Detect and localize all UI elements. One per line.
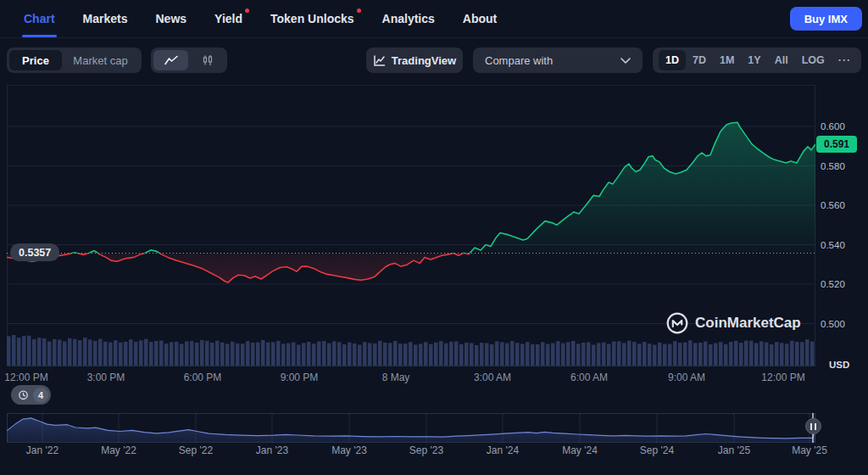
price-axis-label: 0.600 (821, 120, 845, 133)
range-7d-button[interactable]: 7D (686, 50, 713, 70)
time-axis-label: 6:00 AM (570, 372, 608, 383)
tradingview-chart-icon (373, 54, 386, 67)
history-count: 4 (33, 388, 48, 403)
price-axis-label: 0.500 (821, 317, 845, 331)
tradingview-button[interactable]: TradingView (366, 48, 463, 73)
timeline-date-label: Sep '23 (409, 444, 443, 456)
time-axis[interactable]: 12:00 PM3:00 PM6:00 PM9:00 PM8 May3:00 A… (0, 372, 868, 385)
price-axis-label: 0.580 (821, 159, 845, 173)
price-axis-label: 0.520 (821, 277, 845, 291)
time-axis-label: 8 May (382, 372, 410, 383)
range-all-button[interactable]: All (768, 50, 795, 70)
nav-tabs: ChartMarketsNewsYieldToken UnlocksAnalyt… (24, 12, 497, 25)
timeline-date-label: May '22 (101, 444, 136, 456)
chart-toolbar: Price Market cap TradingView (0, 48, 868, 73)
volume-bars (7, 335, 815, 366)
range-selector: 1D 7D 1M 1Y All LOG ··· (653, 48, 861, 73)
timeline-dates: Jan '22May '22Sep '22Jan '23May '23Sep '… (0, 444, 868, 456)
range-1d-button[interactable]: 1D (659, 50, 686, 70)
range-1y-button[interactable]: 1Y (741, 50, 767, 70)
time-axis-label: 3:00 AM (474, 372, 511, 383)
timeline-date-label: Jan '24 (487, 444, 519, 456)
tab-yield[interactable]: Yield (214, 12, 242, 25)
navigator-handle[interactable] (805, 418, 821, 434)
timeline-date-label: Jan '25 (718, 444, 750, 456)
timeline-date-label: May '24 (562, 444, 598, 456)
timeline-date-label: Jan '23 (256, 444, 288, 456)
notification-dot-icon (357, 8, 361, 13)
candlestick-type-button[interactable] (190, 50, 225, 70)
history-badge[interactable]: 4 (11, 385, 51, 405)
notification-dot-icon (245, 8, 249, 13)
line-chart-type-button[interactable] (153, 50, 188, 70)
baseline-price-label: 0.5357 (10, 243, 59, 261)
price-axis-label: 0.540 (821, 238, 845, 252)
imx-chart-page: ChartMarketsNewsYieldToken UnlocksAnalyt… (0, 0, 868, 475)
compare-with-label: Compare with (485, 54, 553, 67)
tab-analytics[interactable]: Analytics (382, 12, 435, 25)
log-scale-button[interactable]: LOG (795, 50, 832, 70)
history-clock-icon (18, 389, 29, 400)
marketcap-toggle-button[interactable]: Market cap (62, 50, 139, 70)
tab-news[interactable]: News (155, 12, 186, 25)
time-axis-label: 12:00 PM (4, 372, 47, 383)
tab-token-unlocks[interactable]: Token Unlocks (270, 12, 354, 25)
range-1m-button[interactable]: 1M (713, 50, 741, 70)
timeline-date-label: May '23 (331, 444, 367, 456)
tab-markets[interactable]: Markets (83, 12, 128, 25)
coin-tabs-bar: ChartMarketsNewsYieldToken UnlocksAnalyt… (0, 0, 868, 38)
chart-type-toggle (151, 48, 227, 73)
time-axis-label: 12:00 PM (761, 372, 804, 383)
price-axis-label: 0.560 (821, 198, 845, 212)
time-axis-label: 9:00 AM (668, 372, 705, 383)
timeline-date-label: May '25 (792, 444, 827, 456)
metric-toggle: Price Market cap (7, 48, 142, 73)
timeline-date-label: Sep '22 (179, 444, 213, 456)
chevron-down-icon (620, 58, 631, 64)
time-axis-label: 3:00 PM (87, 372, 125, 383)
tradingview-label: TradingView (392, 54, 456, 67)
last-price-badge: 0.591 (816, 136, 857, 153)
price-axis[interactable]: 0.6000.5800.5600.5400.5200.500USD0.591 (815, 85, 868, 373)
coinmarketcap-logo-icon (666, 312, 688, 334)
time-axis-label: 6:00 PM (184, 372, 222, 383)
candlestick-icon (202, 54, 214, 66)
line-chart-icon (164, 55, 178, 65)
timeline-date-label: Sep '24 (640, 444, 674, 456)
coinmarketcap-watermark: CoinMarketCap (666, 312, 801, 334)
compare-with-dropdown[interactable]: Compare with (473, 48, 643, 73)
more-options-button[interactable]: ··· (832, 50, 859, 70)
tab-about[interactable]: About (463, 12, 497, 25)
price-axis-unit: USD (829, 358, 849, 372)
buy-imx-button[interactable]: Buy IMX (790, 7, 862, 31)
timeline-date-label: Jan '22 (26, 444, 58, 456)
navigator-area (7, 418, 815, 442)
price-toggle-button[interactable]: Price (9, 50, 62, 70)
watermark-text: CoinMarketCap (695, 315, 801, 332)
time-axis-label: 9:00 PM (281, 372, 319, 383)
timeline-navigator[interactable] (7, 413, 815, 443)
tab-chart[interactable]: Chart (24, 12, 55, 25)
